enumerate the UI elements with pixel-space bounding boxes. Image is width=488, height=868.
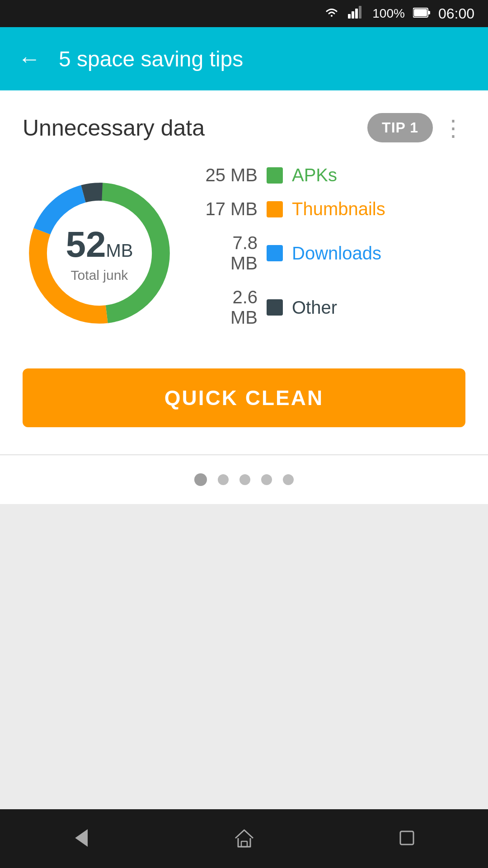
back-button[interactable]: ← [18,47,41,70]
apks-dot [267,167,283,184]
thumbnails-label: Thumbnails [292,199,385,219]
apks-label: APKs [292,165,337,185]
svg-rect-6 [428,11,430,14]
svg-rect-1 [352,11,354,19]
wifi-icon [324,6,340,22]
indicator-2[interactable] [218,474,229,485]
svg-rect-2 [355,9,358,19]
home-nav-icon[interactable] [232,826,257,852]
downloads-size: 7.8 MB [203,233,258,274]
main-content: Unnecessary data TIP 1 ⋮ [0,90,488,454]
donut-chart: 52MB Total junk [23,176,176,330]
bottom-nav-bar [0,809,488,868]
indicator-5[interactable] [283,474,294,485]
total-number: 52 [66,224,106,264]
legend: 25 MB APKs 17 MB Thumbnails 7.8 MB Downl… [203,165,465,341]
thumbnails-dot [267,201,283,217]
section-title: Unnecessary data [23,115,205,141]
quick-clean-button[interactable]: QUICK CLEAN [23,368,465,427]
indicator-4[interactable] [261,474,272,485]
total-value: 52MB [66,224,133,265]
indicator-1[interactable] [194,473,207,486]
battery-percent: 100% [372,6,405,21]
header-right: TIP 1 ⋮ [367,113,465,142]
thumbnails-size: 17 MB [203,199,258,219]
svg-rect-14 [400,831,413,844]
tip-badge: TIP 1 [367,113,433,142]
other-dot [267,299,283,316]
section-header: Unnecessary data TIP 1 ⋮ [23,113,465,142]
back-nav-icon[interactable] [69,826,94,852]
page-indicators [0,455,488,504]
legend-downloads: 7.8 MB Downloads [203,233,465,274]
signal-icon [348,6,364,22]
other-label: Other [292,297,337,318]
recents-nav-icon[interactable] [394,826,419,852]
svg-marker-12 [76,830,87,846]
more-options-icon[interactable]: ⋮ [442,115,465,141]
total-unit: MB [106,241,133,260]
apks-size: 25 MB [203,165,258,185]
app-bar: ← 5 space saving tips [0,27,488,90]
status-time: 06:00 [438,5,474,22]
app-title: 5 space saving tips [59,47,243,71]
legend-apks: 25 MB APKs [203,165,465,185]
svg-rect-0 [348,14,351,19]
downloads-dot [267,245,283,261]
other-size: 2.6 MB [203,287,258,328]
status-bar: 100% 06:00 [0,0,488,27]
chart-section: 52MB Total junk 25 MB APKs 17 MB Thumbna… [23,165,465,341]
svg-rect-3 [359,6,361,19]
downloads-label: Downloads [292,243,381,264]
donut-sublabel: Total junk [66,268,133,283]
legend-other: 2.6 MB Other [203,287,465,328]
indicator-3[interactable] [239,474,250,485]
battery-icon [413,6,430,21]
svg-rect-5 [414,9,427,16]
legend-thumbnails: 17 MB Thumbnails [203,199,465,219]
donut-center: 52MB Total junk [66,224,133,283]
svg-rect-13 [241,841,247,847]
